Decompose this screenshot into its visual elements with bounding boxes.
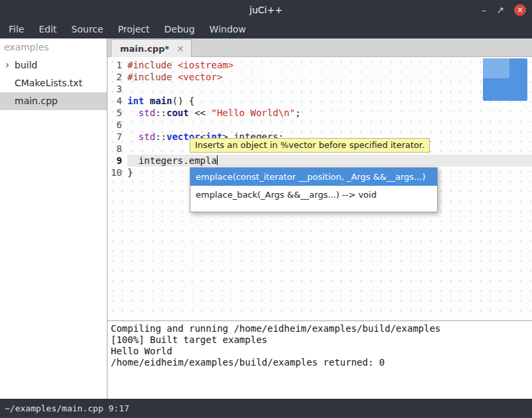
autocomplete-item[interactable]: emplace_back(_Args &&__args...) --> void	[190, 186, 437, 204]
menu-item-window[interactable]: Window	[202, 20, 253, 38]
menu-item-debug[interactable]: Debug	[157, 20, 202, 38]
code-line-4[interactable]: 4int main() {	[107, 95, 532, 107]
line-number: 1	[107, 59, 127, 71]
terminal-line: Compiling and running /home/eidheim/exam…	[111, 323, 532, 334]
code-token: <iostream>	[178, 60, 233, 70]
code-token: ;	[295, 107, 300, 118]
tabbar: main.cpp* ×	[107, 38, 532, 57]
line-number: 7	[107, 131, 127, 143]
code-line-9[interactable]: 9 integers.empla	[107, 155, 532, 167]
code-token	[127, 107, 139, 118]
line-content: std::cout << "Hello World\n";	[127, 107, 532, 119]
code-token: cout	[166, 107, 189, 118]
code-token: std	[139, 107, 155, 118]
tree-item-label: CMakeLists.txt	[15, 78, 82, 88]
titlebar: juCi++ – ↗ ×	[0, 0, 532, 20]
code-token: #include	[127, 60, 172, 70]
statusbar: ~/examples/main.cpp 9:17	[0, 399, 532, 418]
code-token: integers.empla	[127, 155, 217, 166]
expander-icon[interactable]: ›	[5, 56, 9, 74]
code-token: #include	[127, 72, 172, 82]
tooltip-text: Inserts an object in %vector before spec…	[195, 140, 425, 150]
code-line-1[interactable]: 1#include <iostream>	[107, 59, 532, 71]
sidebar-header: examples	[0, 38, 107, 56]
code-token: int	[127, 96, 144, 106]
line-content: #include <iostream>	[127, 59, 532, 71]
tab-close-icon[interactable]: ×	[176, 43, 184, 54]
line-number: 4	[107, 95, 127, 107]
tab-label: main.cpp*	[120, 44, 169, 54]
code-token: "Hello World\n"	[211, 107, 295, 118]
line-content: integers.empla	[127, 155, 532, 167]
line-content	[127, 119, 532, 131]
code-line-3[interactable]: 3	[107, 83, 532, 95]
text-cursor	[217, 155, 218, 165]
minimize-button[interactable]: –	[482, 5, 486, 15]
code-token: <<	[189, 107, 212, 118]
autocomplete-popup: emplace(const_iterator __position, _Args…	[190, 167, 438, 212]
terminal-output: Compiling and running /home/eidheim/exam…	[111, 323, 532, 368]
line-number: 10	[107, 167, 127, 178]
tree-item-build[interactable]: ›build	[0, 56, 107, 74]
line-number: 6	[107, 119, 127, 131]
tree-item-cmakelists-txt[interactable]: CMakeLists.txt	[0, 74, 107, 92]
window-controls: – ↗ ×	[482, 0, 526, 20]
code-area: 1#include <iostream>2#include <vector>34…	[107, 59, 532, 178]
code-token	[127, 131, 139, 142]
tab-main-cpp[interactable]: main.cpp* ×	[111, 39, 192, 57]
code-token: ::	[155, 107, 166, 118]
close-button[interactable]: ×	[514, 4, 526, 16]
main-area: examples ›buildCMakeLists.txtmain.cpp ma…	[0, 38, 532, 399]
menu-item-file[interactable]: File	[1, 20, 31, 38]
autocomplete-item[interactable]: emplace(const_iterator __position, _Args…	[190, 168, 437, 186]
code-token	[172, 60, 177, 70]
sidebar: examples ›buildCMakeLists.txtmain.cpp	[0, 38, 107, 399]
terminal[interactable]: Compiling and running /home/eidheim/exam…	[107, 320, 532, 399]
menu-item-source[interactable]: Source	[64, 20, 111, 38]
tree-item-main-cpp[interactable]: main.cpp	[0, 92, 107, 110]
scrollbar-thumb[interactable]	[483, 58, 527, 101]
line-content	[127, 83, 532, 95]
code-line-6[interactable]: 6	[107, 119, 532, 131]
tree-item-label: build	[15, 60, 37, 70]
statusbar-text: ~/examples/main.cpp 9:17	[5, 403, 129, 413]
code-token: main	[150, 96, 172, 106]
code-token: }	[127, 167, 133, 178]
doc-tooltip: Inserts an object in %vector before spec…	[190, 138, 430, 153]
maximize-button[interactable]: ↗	[496, 5, 504, 15]
code-line-5[interactable]: 5 std::cout << "Hello World\n";	[107, 107, 532, 119]
terminal-line: Hello World	[111, 346, 532, 357]
line-number: 5	[107, 107, 127, 119]
code-token	[172, 72, 177, 82]
code-token: ::	[155, 131, 166, 142]
code-token	[144, 96, 149, 106]
menu-item-project[interactable]: Project	[111, 20, 157, 38]
line-number: 8	[107, 143, 127, 155]
code-token: () {	[172, 96, 194, 106]
editor-pane: main.cpp* × 1#include <iostream>2#includ…	[107, 38, 532, 399]
terminal-line: /home/eidheim/examples/build/examples re…	[111, 357, 532, 368]
line-number: 9	[107, 155, 127, 167]
line-content: #include <vector>	[127, 71, 532, 83]
file-tree: ›buildCMakeLists.txtmain.cpp	[0, 56, 107, 110]
code-token: std	[139, 131, 155, 142]
line-content: int main() {	[127, 95, 532, 107]
line-number: 3	[107, 83, 127, 95]
terminal-line: [100%] Built target examples	[111, 334, 532, 346]
code-line-2[interactable]: 2#include <vector>	[107, 71, 532, 83]
tree-item-label: main.cpp	[15, 96, 58, 106]
code-token: <vector>	[178, 72, 222, 82]
menubar: FileEditSourceProjectDebugWindow	[0, 20, 532, 38]
menu-item-edit[interactable]: Edit	[31, 20, 64, 38]
window-title: juCi++	[0, 0, 532, 20]
line-number: 2	[107, 71, 127, 83]
